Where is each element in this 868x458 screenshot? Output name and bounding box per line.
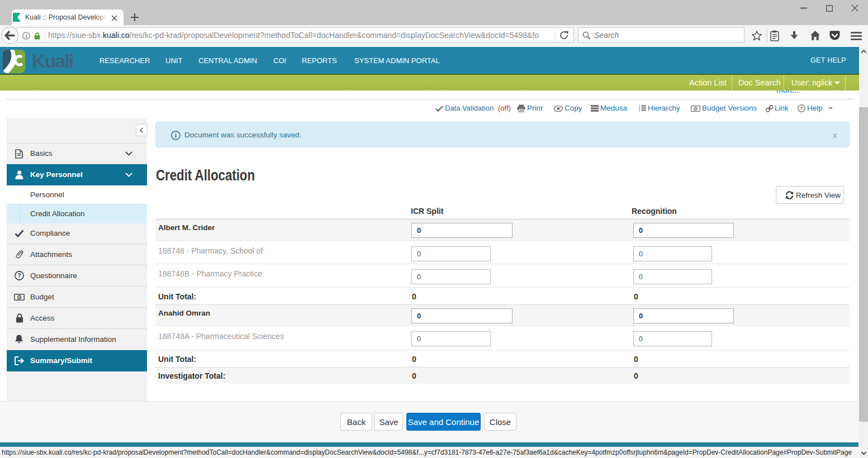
svg-text:?: ? [17, 272, 21, 279]
svg-text:?: ? [800, 106, 803, 111]
svg-text:$: $ [695, 107, 696, 110]
